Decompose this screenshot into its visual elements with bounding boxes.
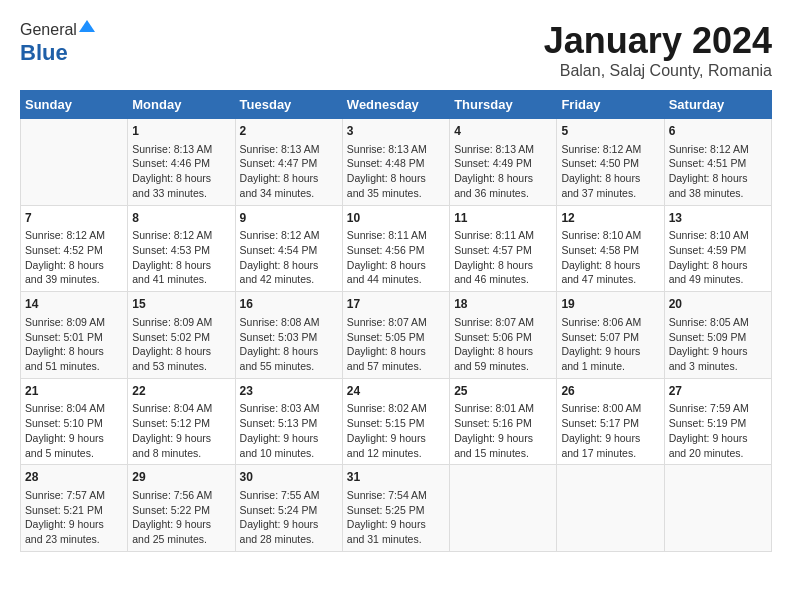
- title-area: January 2024 Balan, Salaj County, Romani…: [544, 20, 772, 80]
- calendar-week-row: 7Sunrise: 8:12 AM Sunset: 4:52 PM Daylig…: [21, 205, 772, 292]
- day-number: 5: [561, 123, 659, 140]
- day-info: Sunrise: 7:56 AM Sunset: 5:22 PM Dayligh…: [132, 488, 230, 547]
- logo-blue: Blue: [20, 40, 68, 66]
- day-number: 20: [669, 296, 767, 313]
- day-info: Sunrise: 8:07 AM Sunset: 5:05 PM Dayligh…: [347, 315, 445, 374]
- calendar-cell: 3Sunrise: 8:13 AM Sunset: 4:48 PM Daylig…: [342, 119, 449, 206]
- day-info: Sunrise: 7:57 AM Sunset: 5:21 PM Dayligh…: [25, 488, 123, 547]
- calendar-cell: 4Sunrise: 8:13 AM Sunset: 4:49 PM Daylig…: [450, 119, 557, 206]
- header-friday: Friday: [557, 91, 664, 119]
- calendar-table: SundayMondayTuesdayWednesdayThursdayFrid…: [20, 90, 772, 552]
- calendar-cell: 1Sunrise: 8:13 AM Sunset: 4:46 PM Daylig…: [128, 119, 235, 206]
- day-number: 30: [240, 469, 338, 486]
- day-info: Sunrise: 8:06 AM Sunset: 5:07 PM Dayligh…: [561, 315, 659, 374]
- day-number: 6: [669, 123, 767, 140]
- day-info: Sunrise: 7:54 AM Sunset: 5:25 PM Dayligh…: [347, 488, 445, 547]
- calendar-cell: [21, 119, 128, 206]
- day-number: 11: [454, 210, 552, 227]
- calendar-cell: 11Sunrise: 8:11 AM Sunset: 4:57 PM Dayli…: [450, 205, 557, 292]
- logo-general: General: [20, 21, 77, 39]
- day-info: Sunrise: 8:11 AM Sunset: 4:57 PM Dayligh…: [454, 228, 552, 287]
- calendar-header-row: SundayMondayTuesdayWednesdayThursdayFrid…: [21, 91, 772, 119]
- calendar-cell: 19Sunrise: 8:06 AM Sunset: 5:07 PM Dayli…: [557, 292, 664, 379]
- calendar-cell: 8Sunrise: 8:12 AM Sunset: 4:53 PM Daylig…: [128, 205, 235, 292]
- day-info: Sunrise: 8:12 AM Sunset: 4:50 PM Dayligh…: [561, 142, 659, 201]
- calendar-cell: 9Sunrise: 8:12 AM Sunset: 4:54 PM Daylig…: [235, 205, 342, 292]
- calendar-cell: 7Sunrise: 8:12 AM Sunset: 4:52 PM Daylig…: [21, 205, 128, 292]
- day-info: Sunrise: 8:05 AM Sunset: 5:09 PM Dayligh…: [669, 315, 767, 374]
- day-info: Sunrise: 8:10 AM Sunset: 4:59 PM Dayligh…: [669, 228, 767, 287]
- calendar-cell: 29Sunrise: 7:56 AM Sunset: 5:22 PM Dayli…: [128, 465, 235, 552]
- day-number: 27: [669, 383, 767, 400]
- day-number: 14: [25, 296, 123, 313]
- day-info: Sunrise: 8:13 AM Sunset: 4:49 PM Dayligh…: [454, 142, 552, 201]
- day-number: 16: [240, 296, 338, 313]
- calendar-week-row: 21Sunrise: 8:04 AM Sunset: 5:10 PM Dayli…: [21, 378, 772, 465]
- day-number: 24: [347, 383, 445, 400]
- svg-marker-0: [79, 20, 95, 32]
- calendar-cell: 13Sunrise: 8:10 AM Sunset: 4:59 PM Dayli…: [664, 205, 771, 292]
- day-number: 31: [347, 469, 445, 486]
- calendar-cell: [557, 465, 664, 552]
- calendar-cell: 6Sunrise: 8:12 AM Sunset: 4:51 PM Daylig…: [664, 119, 771, 206]
- day-number: 26: [561, 383, 659, 400]
- day-number: 23: [240, 383, 338, 400]
- header-monday: Monday: [128, 91, 235, 119]
- day-number: 28: [25, 469, 123, 486]
- calendar-cell: 31Sunrise: 7:54 AM Sunset: 5:25 PM Dayli…: [342, 465, 449, 552]
- day-number: 10: [347, 210, 445, 227]
- day-info: Sunrise: 8:08 AM Sunset: 5:03 PM Dayligh…: [240, 315, 338, 374]
- calendar-cell: 23Sunrise: 8:03 AM Sunset: 5:13 PM Dayli…: [235, 378, 342, 465]
- header: General Blue January 2024 Balan, Salaj C…: [20, 20, 772, 80]
- day-info: Sunrise: 8:03 AM Sunset: 5:13 PM Dayligh…: [240, 401, 338, 460]
- calendar-cell: 16Sunrise: 8:08 AM Sunset: 5:03 PM Dayli…: [235, 292, 342, 379]
- day-number: 1: [132, 123, 230, 140]
- logo: General Blue: [20, 20, 95, 66]
- calendar-cell: 21Sunrise: 8:04 AM Sunset: 5:10 PM Dayli…: [21, 378, 128, 465]
- calendar-cell: 27Sunrise: 7:59 AM Sunset: 5:19 PM Dayli…: [664, 378, 771, 465]
- header-saturday: Saturday: [664, 91, 771, 119]
- day-info: Sunrise: 8:04 AM Sunset: 5:12 PM Dayligh…: [132, 401, 230, 460]
- day-number: 22: [132, 383, 230, 400]
- day-info: Sunrise: 8:10 AM Sunset: 4:58 PM Dayligh…: [561, 228, 659, 287]
- day-number: 18: [454, 296, 552, 313]
- day-info: Sunrise: 7:55 AM Sunset: 5:24 PM Dayligh…: [240, 488, 338, 547]
- calendar-cell: 10Sunrise: 8:11 AM Sunset: 4:56 PM Dayli…: [342, 205, 449, 292]
- day-number: 3: [347, 123, 445, 140]
- day-number: 19: [561, 296, 659, 313]
- sub-title: Balan, Salaj County, Romania: [544, 62, 772, 80]
- calendar-cell: 25Sunrise: 8:01 AM Sunset: 5:16 PM Dayli…: [450, 378, 557, 465]
- day-number: 13: [669, 210, 767, 227]
- day-info: Sunrise: 8:12 AM Sunset: 4:53 PM Dayligh…: [132, 228, 230, 287]
- day-info: Sunrise: 8:12 AM Sunset: 4:51 PM Dayligh…: [669, 142, 767, 201]
- calendar-cell: 18Sunrise: 8:07 AM Sunset: 5:06 PM Dayli…: [450, 292, 557, 379]
- day-info: Sunrise: 8:09 AM Sunset: 5:01 PM Dayligh…: [25, 315, 123, 374]
- calendar-cell: 5Sunrise: 8:12 AM Sunset: 4:50 PM Daylig…: [557, 119, 664, 206]
- calendar-cell: 22Sunrise: 8:04 AM Sunset: 5:12 PM Dayli…: [128, 378, 235, 465]
- day-info: Sunrise: 8:07 AM Sunset: 5:06 PM Dayligh…: [454, 315, 552, 374]
- day-info: Sunrise: 8:12 AM Sunset: 4:52 PM Dayligh…: [25, 228, 123, 287]
- header-wednesday: Wednesday: [342, 91, 449, 119]
- calendar-week-row: 14Sunrise: 8:09 AM Sunset: 5:01 PM Dayli…: [21, 292, 772, 379]
- day-info: Sunrise: 8:13 AM Sunset: 4:48 PM Dayligh…: [347, 142, 445, 201]
- day-number: 12: [561, 210, 659, 227]
- day-number: 4: [454, 123, 552, 140]
- calendar-cell: 26Sunrise: 8:00 AM Sunset: 5:17 PM Dayli…: [557, 378, 664, 465]
- day-info: Sunrise: 8:01 AM Sunset: 5:16 PM Dayligh…: [454, 401, 552, 460]
- day-number: 7: [25, 210, 123, 227]
- calendar-cell: 24Sunrise: 8:02 AM Sunset: 5:15 PM Dayli…: [342, 378, 449, 465]
- calendar-cell: 28Sunrise: 7:57 AM Sunset: 5:21 PM Dayli…: [21, 465, 128, 552]
- day-info: Sunrise: 8:13 AM Sunset: 4:47 PM Dayligh…: [240, 142, 338, 201]
- header-sunday: Sunday: [21, 91, 128, 119]
- calendar-cell: 30Sunrise: 7:55 AM Sunset: 5:24 PM Dayli…: [235, 465, 342, 552]
- day-number: 2: [240, 123, 338, 140]
- day-info: Sunrise: 8:00 AM Sunset: 5:17 PM Dayligh…: [561, 401, 659, 460]
- day-info: Sunrise: 7:59 AM Sunset: 5:19 PM Dayligh…: [669, 401, 767, 460]
- day-number: 17: [347, 296, 445, 313]
- day-number: 29: [132, 469, 230, 486]
- day-number: 21: [25, 383, 123, 400]
- day-number: 15: [132, 296, 230, 313]
- day-info: Sunrise: 8:09 AM Sunset: 5:02 PM Dayligh…: [132, 315, 230, 374]
- calendar-cell: 15Sunrise: 8:09 AM Sunset: 5:02 PM Dayli…: [128, 292, 235, 379]
- header-thursday: Thursday: [450, 91, 557, 119]
